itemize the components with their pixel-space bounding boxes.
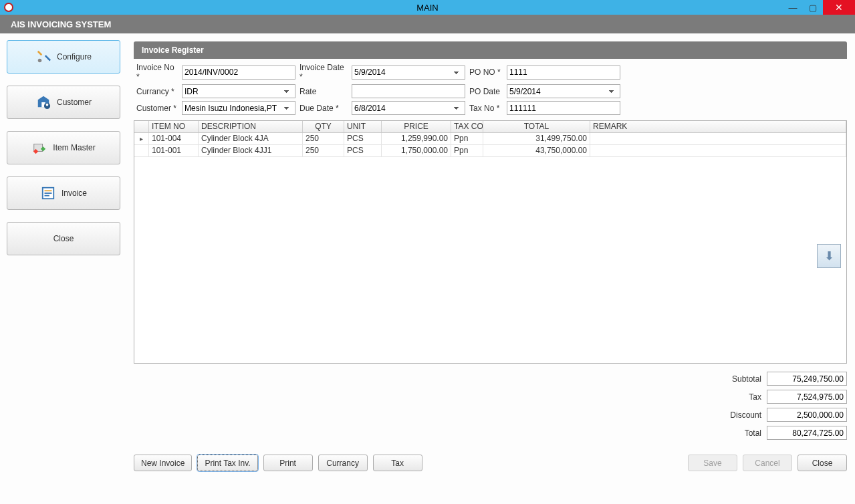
item-master-icon	[31, 140, 47, 156]
svg-point-0	[38, 59, 42, 63]
col-header-remark[interactable]: REMARK	[590, 121, 846, 132]
action-bar: New Invoice Print Tax Inv. Print Curranc…	[134, 455, 847, 471]
titlebar: MAIN — ▢ ✕	[0, 0, 855, 15]
cell-description: Cylinder Block 4JA	[199, 133, 303, 144]
configure-icon	[35, 49, 51, 65]
invoice-no-input[interactable]	[182, 66, 295, 80]
due-date-select[interactable]: 6/8/2014	[352, 101, 465, 115]
po-no-label: PO NO *	[469, 68, 503, 77]
sidebar-customer-button[interactable]: Customer	[7, 86, 120, 119]
discount-value[interactable]	[767, 408, 847, 422]
cell-price: 1,750,000.00	[382, 145, 451, 156]
grid-header: ITEM NO DESCRIPTION QTY UNIT PRICE TAX C…	[134, 121, 846, 133]
window-title: MAIN	[416, 3, 439, 13]
cell-total: 43,750,000.00	[483, 145, 590, 156]
table-row[interactable]: 101-001 Cylinder Block 4JJ1 250 PCS 1,75…	[134, 145, 846, 157]
minimize-button[interactable]: —	[783, 0, 803, 15]
cell-remark	[590, 133, 846, 144]
tax-no-label: Tax No *	[469, 104, 503, 113]
scroll-down-button[interactable]: ⬇	[817, 244, 841, 268]
app-icon	[4, 3, 13, 12]
invoice-date-select[interactable]: 5/9/2014	[352, 66, 465, 80]
discount-label: Discount	[730, 410, 761, 420]
invoice-icon	[40, 185, 56, 201]
sidebar-close-button[interactable]: Close	[7, 222, 120, 255]
cell-description: Cylinder Block 4JJ1	[199, 145, 303, 156]
invoice-no-label: Invoice No *	[136, 63, 178, 82]
rate-input[interactable]	[352, 84, 465, 98]
new-invoice-button[interactable]: New Invoice	[134, 455, 192, 471]
cell-tax-code: Ppn	[451, 145, 483, 156]
arrow-down-icon: ⬇	[824, 249, 834, 263]
customer-label: Customer *	[136, 104, 178, 113]
sidebar-label: Close	[53, 234, 74, 243]
window-controls: — ▢ ✕	[783, 0, 855, 15]
tax-label: Tax	[749, 392, 761, 402]
currency-button[interactable]: Currancy	[318, 455, 368, 471]
sidebar-invoice-button[interactable]: Invoice	[7, 176, 120, 210]
svg-point-3	[46, 104, 49, 106]
cell-price: 1,259,990.00	[382, 133, 451, 144]
total-value[interactable]	[767, 426, 847, 440]
cell-qty: 250	[303, 133, 344, 144]
row-indicator-icon	[134, 133, 149, 144]
col-header-tax-code[interactable]: TAX COD	[451, 121, 483, 132]
total-label: Total	[745, 428, 761, 438]
customer-select[interactable]: Mesin Isuzu Indonesia,PT	[182, 101, 295, 115]
minimize-icon: —	[789, 3, 798, 13]
table-row[interactable]: 101-004 Cylinder Block 4JA 250 PCS 1,259…	[134, 133, 846, 145]
tax-value[interactable]	[767, 390, 847, 404]
due-date-label: Due Date *	[299, 104, 348, 113]
cell-qty: 250	[303, 145, 344, 156]
content: Invoice Register Invoice No * Invoice Da…	[127, 33, 855, 504]
cell-unit: PCS	[344, 133, 382, 144]
sidebar-label: Invoice	[62, 188, 87, 198]
col-header-total[interactable]: TOTAL	[483, 121, 590, 132]
print-button[interactable]: Print	[263, 455, 313, 471]
customer-icon	[35, 94, 51, 110]
panel-header: Invoice Register	[134, 41, 847, 59]
cell-unit: PCS	[344, 145, 382, 156]
invoice-date-label: Invoice Date *	[299, 63, 348, 82]
col-header-unit[interactable]: UNIT	[344, 121, 382, 132]
currency-select[interactable]: IDR	[182, 84, 295, 98]
grid: ITEM NO DESCRIPTION QTY UNIT PRICE TAX C…	[134, 120, 847, 364]
po-no-input[interactable]	[507, 66, 620, 80]
sidebar: Configure Customer Item Master Invoice C…	[0, 33, 127, 504]
sidebar-label: Item Master	[53, 143, 95, 152]
print-tax-inv-button[interactable]: Print Tax Inv.	[197, 455, 257, 471]
row-selector-header	[134, 121, 149, 132]
sidebar-item-master-button[interactable]: Item Master	[7, 131, 120, 164]
sidebar-label: Customer	[57, 98, 92, 107]
subtotal-value[interactable]	[767, 372, 847, 386]
rate-label: Rate	[299, 87, 348, 96]
form-area: Invoice No * Invoice Date * 5/9/2014 PO …	[134, 59, 847, 120]
sidebar-label: Configure	[57, 52, 92, 61]
cancel-button: Cancel	[743, 455, 792, 471]
col-header-description[interactable]: DESCRIPTION	[199, 121, 303, 132]
cell-item-no: 101-001	[149, 145, 199, 156]
system-title: AIS INVOICING SYSTEM	[0, 15, 855, 33]
save-button: Save	[688, 455, 737, 471]
close-button[interactable]: Close	[798, 455, 847, 471]
maximize-icon: ▢	[809, 3, 817, 13]
col-header-item-no[interactable]: ITEM NO	[149, 121, 199, 132]
col-header-price[interactable]: PRICE	[382, 121, 451, 132]
cell-total: 31,499,750.00	[483, 133, 590, 144]
totals: Subtotal Tax Discount Total	[730, 372, 847, 440]
row-indicator	[134, 145, 149, 156]
tax-button[interactable]: Tax	[373, 455, 422, 471]
tax-no-input[interactable]	[507, 101, 620, 115]
cell-item-no: 101-004	[149, 133, 199, 144]
close-icon: ✕	[835, 2, 843, 13]
po-date-select[interactable]: 5/9/2014	[507, 84, 620, 98]
col-header-qty[interactable]: QTY	[303, 121, 344, 132]
currency-label: Currancy *	[136, 87, 178, 96]
sidebar-configure-button[interactable]: Configure	[7, 40, 120, 74]
cell-tax-code: Ppn	[451, 133, 483, 144]
main-area: Configure Customer Item Master Invoice C…	[0, 33, 855, 504]
maximize-button[interactable]: ▢	[803, 0, 823, 15]
cell-remark	[590, 145, 846, 156]
window-close-button[interactable]: ✕	[823, 0, 855, 15]
subtotal-label: Subtotal	[732, 374, 761, 384]
